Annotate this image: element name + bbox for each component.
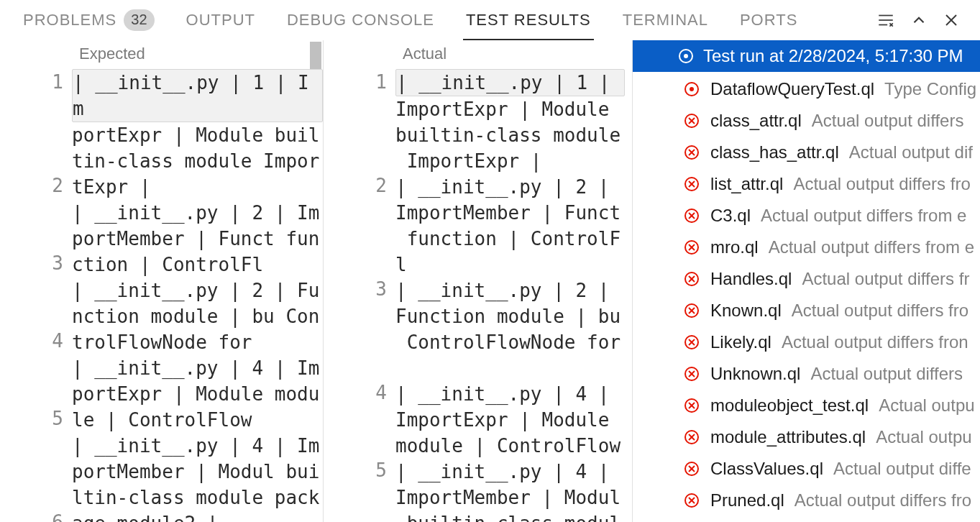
test-name: list_attr.ql [710, 174, 783, 194]
test-message: Actual output differs fron [782, 332, 968, 352]
fail-icon [683, 429, 700, 446]
code-line: portExpr | Module buil [72, 122, 323, 148]
line-number: 1 [0, 69, 63, 95]
run-header[interactable]: Test run at 2/28/2024, 5:17:30 PM [633, 40, 980, 72]
problems-count-badge: 32 [124, 9, 154, 31]
test-message: Actual output dif [849, 142, 973, 162]
test-message: Actual output differs fr [802, 269, 969, 289]
test-name: Likely.ql [710, 332, 771, 352]
line-number: 1 [324, 69, 387, 95]
line-number: 5 [0, 406, 63, 431]
code-line: ltin-class module pack [72, 485, 323, 510]
fail-icon [683, 302, 700, 319]
line-number [0, 354, 63, 380]
code-line: ControlFlowNode for [395, 329, 632, 355]
line-number: 5 [324, 457, 387, 483]
tab-ports[interactable]: PORTS [724, 0, 813, 40]
test-item[interactable]: C3.qlActual output differs from e [633, 200, 980, 232]
code-line: | __init__.py | 1 | [395, 69, 625, 96]
tab-problems[interactable]: PROBLEMS 32 [7, 0, 170, 40]
test-item[interactable]: mro.qlActual output differs from e [633, 232, 980, 263]
test-name: C3.ql [710, 206, 751, 226]
test-name: mro.ql [710, 237, 759, 257]
run-header-label: Test run at 2/28/2024, 5:17:30 PM [677, 46, 963, 66]
line-number [324, 250, 387, 276]
fail-icon [683, 112, 700, 129]
clear-all-icon[interactable] [876, 11, 895, 29]
test-name: Pruned.ql [710, 490, 784, 510]
line-number: 2 [0, 173, 63, 198]
test-results-panel: Expected 123456 | __init__.py | 1 | Impo… [0, 40, 980, 522]
code-line: | __init__.py | 4 | [395, 459, 632, 485]
scrollbar-thumb[interactable] [310, 42, 321, 69]
line-number [324, 302, 387, 328]
code-line: ImportExpr | [395, 148, 632, 174]
code-line: | __init__.py | 2 | [395, 278, 632, 303]
test-name: Handles.ql [710, 269, 792, 289]
line-number [0, 276, 63, 302]
line-number [324, 328, 387, 354]
code-line: tExpr | [72, 174, 323, 200]
tab-ports-label: PORTS [740, 11, 797, 29]
code-line: portExpr | Module modu [72, 381, 323, 407]
test-item[interactable]: ClassValues.qlActual output diffe [633, 453, 980, 485]
test-message: Actual output differs [810, 364, 963, 384]
code-line: ImportMember | Funct [395, 200, 632, 226]
test-item[interactable]: Pruned.qlActual output differs fro [633, 485, 980, 516]
code-line: trolFlowNode for [72, 329, 323, 355]
code-line: builtin-class module [395, 122, 632, 148]
test-item[interactable]: class_attr.qlActual output differs [633, 105, 980, 137]
code-line: | __init__.py | 4 | [395, 381, 632, 407]
tab-debug-console[interactable]: DEBUG CONSOLE [271, 0, 450, 40]
line-number: 3 [324, 276, 387, 302]
fail-icon [683, 365, 700, 383]
actual-code[interactable]: 123456 | __init__.py | 1 | ImportExpr | … [324, 69, 632, 522]
line-number [324, 509, 387, 522]
line-number [324, 224, 387, 250]
line-number [324, 95, 387, 121]
line-number [324, 147, 387, 173]
test-item[interactable]: module_attributes.qlActual outpu [633, 421, 980, 453]
line-number: 3 [0, 250, 63, 276]
line-number [0, 483, 63, 509]
test-name: moduleobject_test.ql [710, 395, 869, 416]
tab-terminal[interactable]: TERMINAL [607, 0, 724, 40]
code-line [395, 355, 632, 381]
code-line: le | ControlFlow [72, 407, 323, 433]
test-item[interactable]: DataflowQueryTest.qlType Config [633, 73, 980, 105]
test-name: class_has_attr.ql [710, 142, 839, 162]
line-number [0, 380, 63, 406]
actual-pane: Actual 123456 | __init__.py | 1 | Import… [324, 40, 633, 522]
expected-scrollbar[interactable] [308, 40, 323, 522]
test-item[interactable]: moduleobject_test.qlActual outpu [633, 390, 980, 421]
test-item[interactable]: Likely.qlActual output differs fron [633, 326, 980, 358]
chevron-up-icon[interactable] [910, 11, 928, 29]
tab-test-results[interactable]: TEST RESULTS [450, 0, 607, 40]
tab-output-label: OUTPUT [186, 11, 255, 29]
expected-code[interactable]: 123456 | __init__.py | 1 | ImportExpr | … [0, 69, 323, 522]
code-line: | __init__.py | 2 | Im [72, 200, 323, 226]
test-item[interactable]: Known.qlActual output differs fro [633, 295, 980, 326]
line-number [324, 354, 387, 380]
test-item[interactable]: Handles.qlActual output differs fr [633, 263, 980, 295]
code-line: age.module2 | [72, 510, 323, 522]
test-item[interactable]: Unknown.qlActual output differs [633, 358, 980, 390]
fail-icon [683, 207, 700, 224]
code-line: Function module | bu [395, 303, 632, 329]
tests-pane: Test run at 2/28/2024, 5:17:30 PM Datafl… [633, 40, 980, 522]
actual-label: Actual [403, 45, 447, 63]
line-number [0, 431, 63, 457]
tab-output[interactable]: OUTPUT [170, 0, 271, 40]
code-line: ction | ControlFl [72, 252, 323, 278]
test-list: DataflowQueryTest.qlType Configclass_att… [633, 72, 980, 516]
test-item[interactable]: list_attr.qlActual output differs fro [633, 168, 980, 200]
expected-pane: Expected 123456 | __init__.py | 1 | Impo… [0, 40, 324, 522]
code-line: ImportExpr | Module [395, 407, 632, 433]
line-number [324, 198, 387, 224]
line-number [0, 457, 63, 483]
line-number [0, 224, 63, 250]
line-number [324, 406, 387, 431]
close-icon[interactable] [943, 12, 960, 29]
panel-actions [876, 11, 973, 29]
test-item[interactable]: class_has_attr.qlActual output dif [633, 137, 980, 168]
